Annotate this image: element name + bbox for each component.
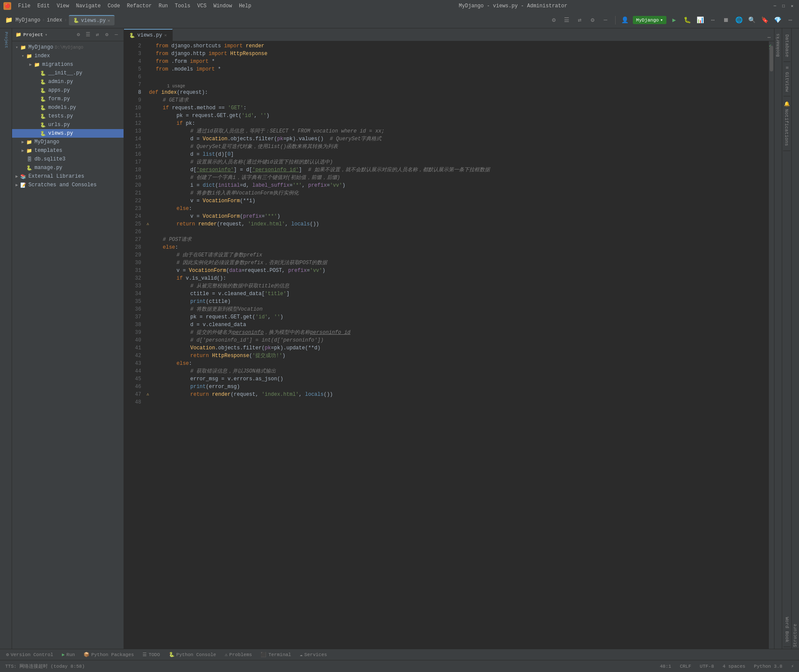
- scrollbar-thumb[interactable]: [770, 46, 773, 71]
- python-console-tab[interactable]: 🐍 Python Console: [166, 651, 219, 658]
- menu-refactor[interactable]: Refactor: [124, 1, 155, 11]
- menu-tools[interactable]: Tools: [171, 1, 194, 11]
- menu-edit[interactable]: Edit: [34, 1, 53, 11]
- word-book-tab[interactable]: Word Book: [784, 613, 790, 647]
- line-num-32: 32: [124, 274, 141, 282]
- structure-label[interactable]: Structure: [793, 624, 798, 647]
- minus-icon-btn[interactable]: ─: [601, 15, 611, 25]
- list-icon-btn[interactable]: ☰: [562, 15, 572, 25]
- panel-settings-icon[interactable]: ⚙: [74, 31, 82, 39]
- breadcrumb: MyDjango › index ›: [15, 17, 67, 23]
- tree-external-libs[interactable]: ▶ 📚 External Libraries: [12, 172, 124, 181]
- menu-window[interactable]: Window: [210, 1, 235, 11]
- tree-urls-py[interactable]: 🐍 urls.py: [12, 120, 124, 129]
- gitview-tab[interactable]: ≡ GitView: [784, 62, 790, 96]
- active-file-tab[interactable]: 🐍 views.py ✕: [69, 15, 115, 25]
- more-options-btn[interactable]: ⋯: [785, 15, 796, 25]
- terminal-tab[interactable]: ⬛ Terminal: [258, 651, 294, 658]
- bookmark-icon[interactable]: 🔖: [759, 15, 770, 25]
- project-icon-btn[interactable]: 📁: [3, 15, 14, 25]
- power-icon-item[interactable]: ⚡: [789, 663, 796, 669]
- services-tab[interactable]: ☁ Services: [297, 651, 329, 658]
- breadcrumb-mydjango[interactable]: MyDjango: [15, 17, 40, 23]
- tree-manage-py[interactable]: 🐍 manage.py: [12, 163, 124, 172]
- coverage-button[interactable]: 📊: [695, 15, 705, 25]
- panel-arrows-icon[interactable]: ⇄: [93, 31, 101, 39]
- line-num-15: 15: [124, 143, 141, 151]
- tree-models-py[interactable]: 🐍 models.py: [12, 103, 124, 112]
- python-packages-tab[interactable]: 📦 Python Packages: [81, 651, 136, 658]
- menu-code[interactable]: Code: [104, 1, 124, 11]
- line-num-4: 4: [124, 58, 141, 65]
- more-run-btn[interactable]: ⋯: [708, 15, 718, 25]
- tree-admin-py[interactable]: 🐍 admin.py: [12, 77, 124, 86]
- user-icon-btn[interactable]: 👤: [620, 15, 630, 25]
- code-line-16: d = list(d)[0]: [146, 151, 769, 158]
- notifications-tab[interactable]: 🔔 Notifications: [783, 96, 790, 151]
- tree-apps-py[interactable]: 🐍 apps.py: [12, 86, 124, 95]
- version-control-label: Version Control: [11, 652, 53, 657]
- maximize-button[interactable]: □: [780, 3, 787, 9]
- diamond-icon[interactable]: 💎: [772, 15, 783, 25]
- tree-index[interactable]: ▾ 📁 index: [12, 52, 124, 60]
- menu-help[interactable]: Help: [235, 1, 255, 11]
- menu-navigate[interactable]: Navigate: [72, 1, 104, 11]
- settings-icon-btn[interactable]: ⚙: [588, 15, 598, 25]
- debug-button[interactable]: 🐛: [682, 15, 692, 25]
- menu-vcs[interactable]: VCS: [194, 1, 210, 11]
- code-line-22: v = VocationForm(**i): [146, 197, 769, 205]
- panel-minus-icon[interactable]: ─: [112, 31, 120, 39]
- gear-icon-btn[interactable]: ⚙: [549, 15, 559, 25]
- notification-item[interactable]: TTS: 网络连接超时 (today 8:58): [3, 663, 87, 669]
- tree-init-py[interactable]: 🐍 __init__.py: [12, 69, 124, 77]
- folder-icon: 📁: [15, 32, 22, 37]
- version-control-tab[interactable]: ⚙ Version Control: [3, 651, 56, 658]
- todo-tab[interactable]: ☰ TODO: [140, 651, 162, 658]
- line-num-25: 25 ⚠: [124, 220, 141, 228]
- tab-close-icon[interactable]: ✕: [108, 18, 110, 23]
- tree-views-py[interactable]: 🐍 views.py: [12, 129, 124, 138]
- close-button[interactable]: ✕: [789, 3, 796, 9]
- problems-tab[interactable]: ⚠ Problems: [222, 651, 254, 658]
- panel-list-icon[interactable]: ☰: [84, 31, 92, 39]
- indent-item[interactable]: 4 spaces: [721, 664, 747, 669]
- menu-file[interactable]: File: [15, 1, 34, 11]
- editor-tab-views-py[interactable]: 🐍 views.py ✕: [124, 29, 173, 41]
- templates-label: templates: [34, 148, 62, 154]
- arrows-icon-btn[interactable]: ⇄: [575, 15, 585, 25]
- menu-run[interactable]: Run: [155, 1, 171, 11]
- breadcrumb-index[interactable]: index: [47, 17, 62, 23]
- apps-py-label: apps.py: [48, 87, 70, 93]
- run-button[interactable]: ▶: [669, 15, 679, 25]
- tree-scratches[interactable]: ▶ 📝 Scratches and Consoles: [12, 181, 124, 189]
- line-num-26: 26: [124, 228, 141, 236]
- bookmarks-label[interactable]: Bookmarks: [776, 34, 780, 57]
- translate-icon[interactable]: 🌐: [734, 15, 744, 25]
- search-icon-btn[interactable]: 🔍: [746, 15, 757, 25]
- tab-close-btn[interactable]: ✕: [164, 33, 167, 38]
- tree-templates[interactable]: ▶ 📁 templates: [12, 146, 124, 155]
- python-version-item[interactable]: Python 3.8: [752, 664, 784, 669]
- encoding-item[interactable]: UTF-8: [698, 664, 716, 669]
- run-tab[interactable]: ▶ Run: [59, 651, 77, 658]
- more-tabs-btn[interactable]: ⋯: [764, 34, 774, 41]
- menu-view[interactable]: View: [53, 1, 73, 11]
- tree-mydjango-sub[interactable]: ▶ 📁 MyDjango: [12, 138, 124, 146]
- code-line-31: v = VocationForm(data=request.POST, pref…: [146, 267, 769, 274]
- run-config-btn[interactable]: MyDjango ▾: [633, 16, 666, 24]
- minimize-button[interactable]: ─: [771, 3, 778, 9]
- tree-root[interactable]: ▾ 📁 MyDjango D:\MyDjango: [12, 43, 124, 52]
- cursor-position[interactable]: 48:1: [658, 664, 673, 669]
- line-ending-item[interactable]: CRLF: [678, 664, 693, 669]
- code-line-17: # 设置展示的人员名称(通过外键id设置下拉框的默认认选中): [146, 158, 769, 166]
- panel-gear-icon[interactable]: ⚙: [103, 31, 111, 39]
- editor-scrollbar[interactable]: ✓ 7 ▲: [769, 41, 774, 649]
- tree-migrations[interactable]: ▶ 📁 migrations: [12, 60, 124, 69]
- tree-form-py[interactable]: 🐍 form.py: [12, 95, 124, 103]
- tree-db-sqlite3[interactable]: 🗄 db.sqlite3: [12, 155, 124, 163]
- code-content[interactable]: from django.shortcuts import render from…: [146, 41, 769, 649]
- stop-button[interactable]: ⏹: [721, 15, 731, 25]
- project-strip-btn[interactable]: Project: [3, 30, 9, 50]
- tree-tests-py[interactable]: 🐍 tests.py: [12, 112, 124, 120]
- database-tab[interactable]: Database: [784, 30, 790, 62]
